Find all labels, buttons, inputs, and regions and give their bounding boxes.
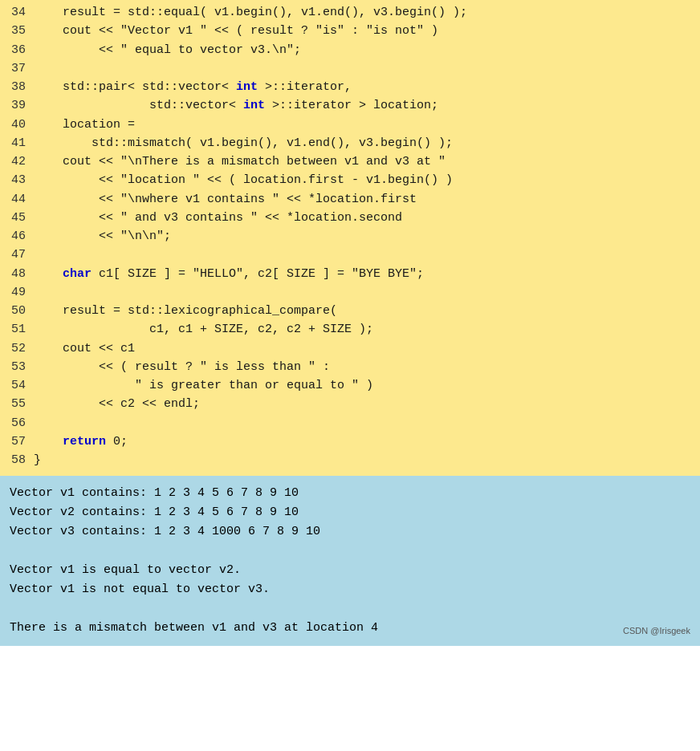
line-number: 55 (0, 395, 34, 413)
line-content: result = std::equal( v1.begin(), v1.end(… (34, 3, 700, 22)
line-content: location = (34, 116, 700, 134)
keyword-int: int (243, 99, 265, 112)
code-line: 36 << " equal to vector v3.\n"; (0, 41, 700, 59)
line-number: 39 (0, 96, 34, 115)
line-content: " is greater than or equal to " ) (34, 376, 700, 395)
line-number: 38 (0, 78, 34, 96)
output-line: Vector v1 contains: 1 2 3 4 5 6 7 8 9 10 (10, 484, 690, 503)
line-number: 47 (0, 246, 34, 264)
keyword-return: return (63, 435, 106, 449)
code-line: 35 cout << "Vector v1 " << ( result ? "i… (0, 22, 700, 40)
line-number: 45 (0, 209, 34, 227)
output-mismatch-text: There is a mismatch between v1 and v3 at… (10, 619, 378, 638)
line-number: 56 (0, 414, 34, 432)
line-content: cout << "\nThere is a mismatch between v… (34, 152, 700, 171)
line-content: return 0; (34, 432, 700, 451)
line-number: 35 (0, 22, 34, 40)
line-content: cout << "Vector v1 " << ( result ? "is" … (34, 22, 700, 40)
code-line: 45 << " and v3 contains " << *location.s… (0, 209, 700, 227)
line-number: 51 (0, 320, 34, 339)
code-line: 38 std::pair< std::vector< int >::iterat… (0, 78, 700, 96)
code-line: 39 std::vector< int >::iterator > locati… (0, 96, 700, 115)
code-line: 40 location = (0, 116, 700, 134)
output-section: Vector v1 contains: 1 2 3 4 5 6 7 8 9 10… (0, 476, 700, 646)
line-content (34, 414, 700, 432)
output-line: Vector v1 is equal to vector v2. (10, 561, 690, 580)
line-number: 58 (0, 451, 34, 469)
line-number: 44 (0, 190, 34, 209)
line-content: result = std::lexicographical_compare( (34, 302, 700, 320)
code-line: 34 result = std::equal( v1.begin(), v1.e… (0, 3, 700, 22)
code-line: 56 (0, 414, 700, 432)
code-line: 58 } (0, 451, 700, 469)
line-number: 54 (0, 376, 34, 395)
line-content: << "\nwhere v1 contains " << *location.f… (34, 190, 700, 209)
keyword-int: int (236, 80, 258, 94)
code-line: 37 (0, 59, 700, 78)
line-content: char c1[ SIZE ] = "HELLO", c2[ SIZE ] = … (34, 265, 700, 283)
line-content: << ( result ? " is less than " : (34, 358, 700, 376)
output-line-blank (10, 542, 690, 561)
line-number: 48 (0, 265, 34, 283)
output-line: Vector v3 contains: 1 2 3 4 1000 6 7 8 9… (10, 522, 690, 542)
watermark: CSDN @Irisgeek (623, 624, 690, 639)
line-number: 37 (0, 59, 34, 78)
code-line: 47 (0, 246, 700, 264)
keyword-char: char (63, 267, 92, 281)
output-line: There is a mismatch between v1 and v3 at… (10, 619, 690, 638)
line-number: 52 (0, 339, 34, 358)
code-line: 48 char c1[ SIZE ] = "HELLO", c2[ SIZE ]… (0, 265, 700, 283)
code-line: 44 << "\nwhere v1 contains " << *locatio… (0, 190, 700, 209)
line-number: 46 (0, 227, 34, 246)
line-number: 34 (0, 3, 34, 22)
line-content (34, 283, 700, 302)
code-line: 54 " is greater than or equal to " ) (0, 376, 700, 395)
line-number: 36 (0, 41, 34, 59)
code-line: 51 c1, c1 + SIZE, c2, c2 + SIZE ); (0, 320, 700, 339)
code-line: 43 << "location " << ( location.first - … (0, 171, 700, 189)
line-content: cout << c1 (34, 339, 700, 358)
output-line: Vector v1 is not equal to vector v3. (10, 580, 690, 599)
code-line: 50 result = std::lexicographical_compare… (0, 302, 700, 320)
code-line: 42 cout << "\nThere is a mismatch betwee… (0, 152, 700, 171)
code-line: 46 << "\n\n"; (0, 227, 700, 246)
code-line: 41 std::mismatch( v1.begin(), v1.end(), … (0, 134, 700, 152)
line-content: std::vector< int >::iterator > location; (34, 96, 700, 115)
line-content: std::pair< std::vector< int >::iterator, (34, 78, 700, 96)
code-line: 53 << ( result ? " is less than " : (0, 358, 700, 376)
line-number: 42 (0, 152, 34, 171)
line-content (34, 246, 700, 264)
line-content: << "\n\n"; (34, 227, 700, 246)
line-content: } (34, 451, 700, 469)
line-number: 40 (0, 116, 34, 134)
output-line-blank (10, 599, 690, 619)
line-content (34, 59, 700, 78)
line-number: 49 (0, 283, 34, 302)
line-number: 53 (0, 358, 34, 376)
line-content: << "location " << ( location.first - v1.… (34, 171, 700, 189)
code-line: 57 return 0; (0, 432, 700, 451)
line-content: std::mismatch( v1.begin(), v1.end(), v3.… (34, 134, 700, 152)
line-content: c1, c1 + SIZE, c2, c2 + SIZE ); (34, 320, 700, 339)
output-line: Vector v2 contains: 1 2 3 4 5 6 7 8 9 10 (10, 503, 690, 522)
line-content: << c2 << endl; (34, 395, 700, 413)
line-number: 57 (0, 432, 34, 451)
code-line: 52 cout << c1 (0, 339, 700, 358)
line-number: 41 (0, 134, 34, 152)
line-number: 50 (0, 302, 34, 320)
line-content: << " equal to vector v3.\n"; (34, 41, 700, 59)
line-content: << " and v3 contains " << *location.seco… (34, 209, 700, 227)
code-line: 49 (0, 283, 700, 302)
code-section: 34 result = std::equal( v1.begin(), v1.e… (0, 0, 700, 476)
code-line: 55 << c2 << endl; (0, 395, 700, 413)
line-number: 43 (0, 171, 34, 189)
